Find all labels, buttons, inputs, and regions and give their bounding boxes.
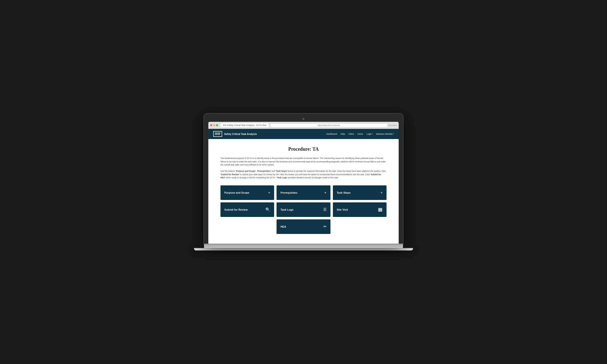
list-icon: ☰	[323, 207, 327, 212]
plus-icon: +	[324, 191, 326, 195]
search-icon: 🔍	[265, 207, 270, 212]
task-logs-card[interactable]: Task Logs ☰	[277, 202, 330, 217]
pencil-icon: ✏	[323, 224, 327, 229]
plus-icon: +	[268, 191, 270, 195]
camera	[303, 118, 304, 120]
purpose-and-scope-card[interactable]: Purpose and Scope +	[221, 185, 274, 200]
screen-bezel: IHF Safety Critical Task Analysis - SCTA…	[204, 114, 403, 244]
laptop-frame: IHF Safety Critical Task Analysis - SCTA…	[204, 114, 403, 250]
purpose-and-scope-label: Purpose and Scope	[224, 191, 249, 194]
browser-tab[interactable]: IHF Safety Critical Task Analysis - SCTA…	[221, 123, 269, 127]
action-cards-grid: Purpose and Scope + Prerequisites + Task…	[221, 185, 386, 234]
submit-for-review-label: Submit for Review	[224, 208, 248, 211]
submit-for-review-card[interactable]: Submit for Review 🔍	[221, 202, 274, 217]
prerequisites-label: Prerequisites	[280, 191, 297, 194]
laptop-base	[204, 244, 403, 248]
user-menu-dropdown[interactable]: Mariana Almeida	[376, 133, 394, 135]
plus-icon: +	[381, 191, 383, 195]
browser-chrome: IHF Safety Critical Task Analysis - SCTA…	[208, 122, 399, 129]
task-steps-label: Task Steps	[337, 191, 351, 194]
description-paragraph-2: Use the buttons 'Purpose and Scope', 'Pr…	[221, 170, 386, 180]
traffic-lights	[210, 124, 218, 126]
app-container: IHF Safety Critical Task Analysis Dashbo…	[208, 129, 399, 244]
nav-links: Dashboard Help Client Users Logs Mariana…	[326, 133, 394, 135]
laptop-hinge	[204, 244, 403, 245]
dashboard-link[interactable]: Dashboard	[326, 133, 337, 135]
site-visit-label: Site Visit	[337, 208, 348, 211]
favorites-label: Favorites	[389, 124, 397, 126]
logo-icon: IHF	[213, 131, 222, 137]
building-icon: 🏢	[378, 207, 383, 212]
logs-dropdown[interactable]: Logs	[366, 133, 373, 135]
hea-label: HEA	[280, 225, 286, 228]
users-link[interactable]: Users	[357, 133, 363, 135]
client-link[interactable]: Client	[348, 133, 354, 135]
main-content: Procedure: TA The fundamental purpose of…	[208, 139, 399, 244]
prerequisites-card[interactable]: Prerequisites +	[277, 185, 330, 200]
task-steps-card[interactable]: Task Steps +	[333, 185, 386, 200]
page-title: Procedure: TA	[221, 146, 386, 152]
laptop-foot	[194, 248, 413, 250]
description-paragraph-1: The fundamental purpose of SCTA is to id…	[221, 157, 386, 167]
browser-window: IHF Safety Critical Task Analysis - SCTA…	[208, 122, 399, 244]
logo-area: IHF Safety Critical Task Analysis	[213, 131, 257, 137]
help-link[interactable]: Help	[340, 133, 345, 135]
minimize-button-icon[interactable]	[213, 124, 215, 126]
nav-bar: IHF Safety Critical Task Analysis Dashbo…	[208, 129, 399, 139]
maximize-button-icon[interactable]	[216, 124, 218, 126]
site-visit-card[interactable]: Site Visit 🏢	[333, 202, 386, 217]
close-button-icon[interactable]	[210, 124, 212, 126]
address-bar[interactable]: https://www.ihf.co.uk/scta/	[270, 124, 387, 127]
task-logs-label: Task Logs	[280, 208, 293, 211]
hea-card[interactable]: HEA ✏	[277, 219, 330, 234]
app-title: Safety Critical Task Analysis	[224, 133, 257, 135]
